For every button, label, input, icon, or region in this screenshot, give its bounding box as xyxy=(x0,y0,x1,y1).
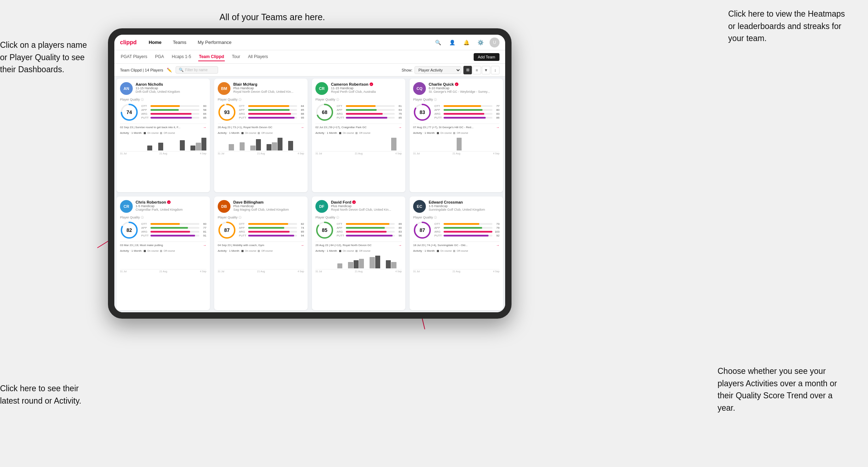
round-arrow[interactable]: → xyxy=(398,243,402,247)
user-icon[interactable]: 👤 xyxy=(447,38,457,47)
quality-score-circle[interactable]: 87 xyxy=(413,221,432,239)
quality-label: Player Quality ⓘ xyxy=(120,98,206,102)
round-arrow[interactable]: → xyxy=(203,125,206,129)
activity-header: Activity · 1 Month On course Off course xyxy=(120,131,206,135)
settings-icon[interactable]: ⚙️ xyxy=(475,38,485,47)
quality-number: 93 xyxy=(224,109,230,115)
activity-chart xyxy=(218,136,304,152)
latest-round[interactable]: 04 Sep 23 | Mobility with coach, Gym → xyxy=(218,241,304,247)
edit-icon[interactable]: ✏️ xyxy=(167,68,172,73)
player-name[interactable]: David Ford ✓ xyxy=(331,200,402,204)
round-text: 02 Sep 23 | Sunrise round to get back in… xyxy=(120,126,203,129)
latest-round[interactable]: 02 Sep 23 | Sunrise round to get back in… xyxy=(120,124,206,129)
player-card[interactable]: CR Chris Robertson ✓ 1-5 Handicap Craigm… xyxy=(116,197,210,310)
player-card[interactable]: DB Dave Billingham Plus Handicap Sag Mag… xyxy=(214,197,308,310)
quality-section[interactable]: 87 OTT 82 APP 74 ARG xyxy=(218,221,304,239)
quality-score-circle[interactable]: 85 xyxy=(315,221,334,239)
round-arrow[interactable]: → xyxy=(301,243,304,247)
quality-section[interactable]: 83 OTT 77 APP 80 ARG xyxy=(413,103,499,121)
sort-button[interactable]: ↕ xyxy=(491,66,499,74)
show-select[interactable]: Player Activity Quality Score Trend xyxy=(415,66,461,74)
nav-home[interactable]: Home xyxy=(147,38,164,46)
nav-teams[interactable]: Teams xyxy=(171,38,188,46)
quality-score-circle[interactable]: 74 xyxy=(120,103,138,121)
player-card[interactable]: DF David Ford ✓ Plus Handicap Royal Nort… xyxy=(312,197,405,310)
tab-all-players[interactable]: All Players xyxy=(247,53,269,61)
ott-stat: OTT 82 xyxy=(239,222,304,226)
quality-label: Player Quality ⓘ xyxy=(218,216,304,220)
tab-tour[interactable]: Tour xyxy=(231,53,241,61)
bell-icon[interactable]: 🔔 xyxy=(461,38,471,47)
activity-legend: On course Off course xyxy=(144,250,175,252)
activity-legend: On course Off course xyxy=(437,250,468,252)
player-header: AN Aaron Nicholls 11-15 Handicap Drift G… xyxy=(120,82,206,95)
tab-pga[interactable]: PGA xyxy=(154,53,165,61)
stats-bars: OTT 84 APP 85 ARG xyxy=(239,104,304,120)
player-card[interactable]: CQ Charlie Quick ✓ 6-10 Handicap St. Geo… xyxy=(410,79,503,192)
chart-bar xyxy=(391,262,396,268)
latest-round[interactable]: 07 Aug 23 | 77 (+7), St George's Hill GC… xyxy=(413,124,499,129)
latest-round[interactable]: 26 Aug 23 | 84 (+12), Royal North Devon … xyxy=(315,241,402,247)
player-info: Chris Robertson ✓ 1-5 Handicap Craigmill… xyxy=(136,200,206,211)
player-card[interactable]: EC Edward Crossman 1-5 Handicap Sunningd… xyxy=(410,197,503,310)
round-arrow[interactable]: → xyxy=(496,125,499,129)
verified-badge: ✓ xyxy=(352,200,356,204)
chart-bar xyxy=(278,138,282,150)
chart-bar xyxy=(391,138,396,150)
stats-bars: OTT 60 APP 58 ARG xyxy=(141,104,206,120)
player-name[interactable]: Dave Billingham xyxy=(233,200,304,204)
oncourse-label: On course xyxy=(147,250,159,252)
grid-view-button[interactable]: ⊞ xyxy=(463,66,472,74)
latest-round[interactable]: 18 Jul 23 | 74 (+4), Sunningdale GC - Ol… xyxy=(413,241,499,247)
player-name[interactable]: Cameron Robertson ✓ xyxy=(331,82,402,86)
round-arrow[interactable]: → xyxy=(496,243,499,247)
player-name[interactable]: Chris Robertson ✓ xyxy=(136,200,206,204)
quality-score-circle[interactable]: 82 xyxy=(120,221,138,239)
latest-round[interactable]: 03 Mar 23 | 19; Must make putting → xyxy=(120,241,206,247)
player-handicap: 1-5 Handicap xyxy=(429,204,499,208)
chart-date-labels: 31 Jul 21 Aug 4 Sep xyxy=(218,152,304,155)
player-card[interactable]: BM Blair McHarg Plus Handicap Royal Nort… xyxy=(214,79,308,192)
chart-date-labels: 31 Jul 21 Aug 4 Sep xyxy=(315,270,402,273)
quality-score-circle[interactable]: 93 xyxy=(218,103,236,121)
oncourse-label: On course xyxy=(245,132,256,134)
user-avatar[interactable]: U xyxy=(490,38,499,47)
tab-pgat[interactable]: PGAT Players xyxy=(120,53,148,61)
add-team-button[interactable]: Add Team xyxy=(474,53,499,61)
activity-header: Activity · 1 Month On course Off course xyxy=(218,131,304,135)
round-arrow[interactable]: → xyxy=(301,125,304,129)
quality-score-circle[interactable]: 83 xyxy=(413,103,432,121)
quality-section[interactable]: 68 OTT 61 APP 63 ARG xyxy=(315,103,402,121)
quality-section[interactable]: 82 OTT 60 APP 77 ARG xyxy=(120,221,206,239)
search-bar[interactable]: 🔍 Filter by name xyxy=(176,66,218,74)
tab-hcaps[interactable]: Hcaps 1-5 xyxy=(171,53,192,61)
player-name[interactable]: Edward Crossman xyxy=(429,200,499,204)
tab-team-clippd[interactable]: Team Clippd xyxy=(198,53,225,61)
latest-round[interactable]: 02 Jul 23 | 59 (+17), Craigmillar Park G… xyxy=(315,124,402,129)
player-name[interactable]: Blair McHarg xyxy=(233,82,304,86)
activity-legend: On course Off course xyxy=(144,132,175,134)
quality-section[interactable]: 85 OTT 89 APP 80 ARG xyxy=(315,221,402,239)
latest-round[interactable]: 26 Aug 23 | 73 (+1), Royal North Devon G… xyxy=(218,124,304,129)
show-filter: Show: Player Activity Quality Score Tren… xyxy=(401,66,499,74)
player-name[interactable]: Charlie Quick ✓ xyxy=(429,82,499,86)
quality-number: 68 xyxy=(322,109,327,115)
quality-section[interactable]: 74 OTT 60 APP 58 ARG xyxy=(120,103,206,121)
quality-section[interactable]: 93 OTT 84 APP 85 ARG xyxy=(218,103,304,121)
round-arrow[interactable]: → xyxy=(203,243,206,247)
quality-score-circle[interactable]: 68 xyxy=(315,103,334,121)
quality-section[interactable]: 87 OTT 73 APP 79 ARG xyxy=(413,221,499,239)
filter-button[interactable]: ▼ xyxy=(482,66,490,74)
search-icon[interactable]: 🔍 xyxy=(433,38,443,47)
list-view-button[interactable]: ≡ xyxy=(473,66,481,74)
player-header: CR Cameron Robertson ✓ 11-15 Handicap Ro… xyxy=(315,82,402,95)
quality-score-circle[interactable]: 87 xyxy=(218,221,236,239)
quality-number: 74 xyxy=(126,109,132,115)
player-name[interactable]: Aaron Nicholls xyxy=(136,82,206,86)
nav-my-performance[interactable]: My Performance xyxy=(196,38,234,46)
ott-stat: OTT 73 xyxy=(434,222,499,226)
round-arrow[interactable]: → xyxy=(398,125,402,129)
player-card[interactable]: AN Aaron Nicholls 11-15 Handicap Drift G… xyxy=(116,79,210,192)
chart-date-labels: 31 Jul 21 Aug 4 Sep xyxy=(413,152,499,155)
player-card[interactable]: CR Cameron Robertson ✓ 11-15 Handicap Ro… xyxy=(312,79,405,192)
